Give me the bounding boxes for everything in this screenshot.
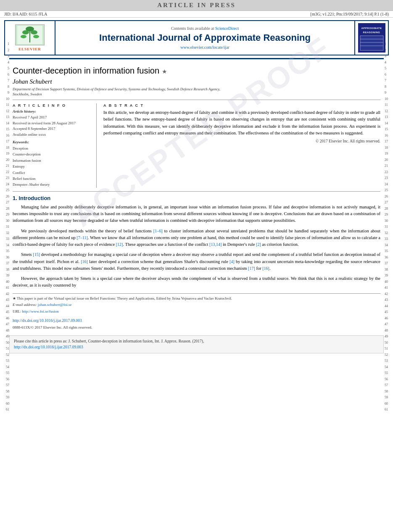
ref-1-6[interactable]: [1–6]: [153, 229, 163, 233]
ln-right-51: 51: [385, 346, 393, 352]
ln-left-61: 61: [0, 407, 9, 413]
ln-left-7: 7: [0, 78, 9, 84]
ln-right-47: 47: [385, 321, 393, 328]
available-date: Available online xxxx: [13, 132, 91, 138]
ln-right-14: 14: [385, 121, 393, 127]
ln-right-40: 40: [385, 279, 393, 285]
ln-right-30: 30: [385, 218, 393, 224]
journal-icon-svg: APPROXIMATE REASONING: [358, 23, 385, 53]
doi-link[interactable]: http://dx.doi.org/10.1016/j.ijar.2017.09…: [13, 319, 82, 323]
ln-right-22: 22: [385, 169, 393, 176]
ln-right-58: 58: [385, 389, 393, 395]
ln-right-37: 37: [385, 261, 393, 267]
abstract-col: A B S T R A C T In this article, we deve…: [103, 103, 380, 188]
ln-right-25: 25: [385, 187, 393, 194]
ln-right-16: 16: [385, 133, 393, 139]
ln-left-14: 14: [0, 121, 9, 127]
ref-16b[interactable]: [16]: [262, 266, 269, 271]
history-label: Article history:: [13, 109, 91, 113]
ref-2[interactable]: [2]: [256, 242, 261, 247]
ln-right-33: 33: [385, 236, 393, 242]
ref-4[interactable]: [4]: [229, 259, 235, 264]
elsevier-logo: ELSEVIER: [15, 24, 45, 51]
affiliation-line1: Department of Decision Support Systems, …: [13, 87, 380, 91]
ln-left-60: 60: [0, 401, 9, 407]
star-icon: ★: [162, 68, 167, 75]
ln-right-7: 7: [385, 78, 393, 84]
citation-url[interactable]: http://dx.doi.org/10.1016/j.ijar.2017.09…: [14, 345, 83, 349]
ln-right-55: 55: [385, 370, 393, 377]
ln-left-51: 51: [0, 346, 9, 352]
ln-left-37: 37: [0, 261, 9, 267]
ln-right-49: 49: [385, 334, 393, 340]
ref-7-11[interactable]: [7–11]: [76, 235, 87, 240]
ln-left-31: 31: [0, 224, 9, 230]
ln-left-53: 53: [0, 358, 9, 364]
ref-12[interactable]: [12]: [116, 242, 123, 247]
ln-left-54: 54: [0, 364, 9, 371]
keyword-2: Counter-deception: [13, 151, 91, 157]
ref-16[interactable]: [16]: [81, 259, 88, 264]
ln-right-53: 53: [385, 358, 393, 364]
url-link[interactable]: http://www.foi.se/fusion: [22, 309, 58, 313]
ln-left-50: 50: [0, 340, 9, 346]
received-date: Received 7 April 2017: [13, 115, 91, 121]
line-numbers-right: 1 2 3 4 5 6 7 8 9 10 11 12 13 14 15 16 1…: [384, 0, 393, 413]
intro-paragraph-2: We previously developed methods within t…: [13, 228, 380, 248]
journal-url-link[interactable]: www.elsevier.com/locate/ijar: [180, 45, 229, 50]
footnote-email: E-mail address: johan.schubert@foi.se: [13, 302, 380, 308]
ln-left-3: 3: [0, 53, 9, 60]
page-wrapper: ARTICLE IN PRESS JID: IJA AID: 6115 /FLA…: [0, 0, 393, 532]
sciencedirect-anchor[interactable]: ScienceDirect: [215, 26, 239, 31]
ln-right-2: 2: [385, 47, 393, 54]
ln-right-36: 36: [385, 255, 393, 261]
body-section: 1. Introduction Managing false and possi…: [13, 195, 380, 289]
journal-url: www.elsevier.com/locate/ijar: [60, 45, 350, 50]
doi-area: http://dx.doi.org/10.1016/j.ijar.2017.09…: [13, 317, 380, 330]
ln-left-19: 19: [0, 151, 9, 157]
ln-right-27: 27: [385, 200, 393, 206]
ln-right-59: 59: [385, 395, 393, 401]
ln-left-59: 59: [0, 395, 9, 401]
svg-point-5: [21, 35, 26, 38]
ref-15[interactable]: [15]: [33, 252, 40, 257]
ln-left-46: 46: [0, 316, 9, 322]
ln-left-8: 8: [0, 84, 9, 90]
ln-right-26: 26: [385, 194, 393, 200]
ln-right-54: 54: [385, 364, 393, 371]
two-col-section: A R T I C L E I N F O Article history: R…: [13, 103, 380, 188]
ln-right-61: 61: [385, 407, 393, 413]
ln-right-44: 44: [385, 303, 393, 310]
ln-left-36: 36: [0, 255, 9, 261]
ln-right-28: 28: [385, 206, 393, 212]
ref-17[interactable]: [17]: [248, 266, 255, 271]
ln-right-5: 5: [385, 66, 393, 72]
elsevier-logo-svg: [17, 26, 42, 44]
keyword-4: Entropy: [13, 163, 91, 169]
journal-icon: APPROXIMATE REASONING: [358, 23, 385, 53]
ln-left-47: 47: [0, 321, 9, 328]
ln-left-57: 57: [0, 382, 9, 389]
ln-left-1: 1: [0, 41, 9, 47]
journal-header-right: APPROXIMATE REASONING: [354, 21, 388, 55]
ln-left-23: 23: [0, 175, 9, 182]
doi-copyright: 0888-613X/© 2017 Elsevier Inc. All right…: [13, 325, 92, 329]
ln-right-9: 9: [385, 90, 393, 96]
svg-text:APPROXIMATE: APPROXIMATE: [361, 27, 382, 29]
ln-left-12: 12: [0, 108, 9, 115]
ln-left-10: 10: [0, 96, 9, 103]
aip-banner-text: ARTICLE IN PRESS: [157, 2, 236, 8]
ln-right-48: 48: [385, 328, 393, 334]
email-link[interactable]: johan.schubert@foi.se: [38, 303, 72, 307]
ln-right-17: 17: [385, 139, 393, 145]
ln-right-34: 34: [385, 242, 393, 249]
ln-right-39: 39: [385, 273, 393, 279]
ln-left-17: 17: [0, 139, 9, 145]
author-name: Johan Schubert: [13, 78, 380, 85]
svg-point-3: [22, 30, 29, 34]
line-numbers-left: 1 2 3 4 5 6 7 8 9 10 11 12 13 14 15 16 1…: [0, 0, 9, 413]
ref-13-14[interactable]: [13,14]: [209, 242, 222, 247]
ln-left-34: 34: [0, 242, 9, 249]
ln-right-15: 15: [385, 126, 393, 133]
affiliation-line2: Stockholm, Sweden: [13, 92, 380, 96]
